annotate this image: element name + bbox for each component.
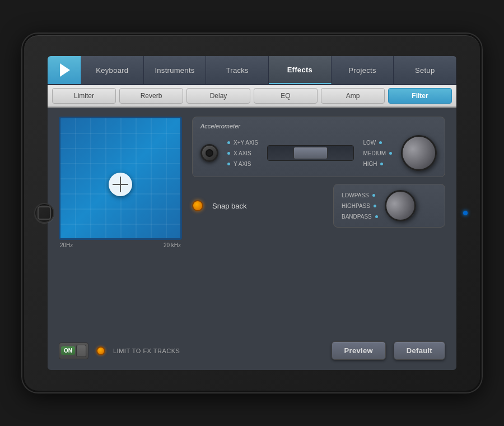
tab-keyboard[interactable]: Keyboard <box>81 56 144 84</box>
xy-label-low: 20Hz <box>60 242 73 248</box>
content-row: 20Hz 20 kHz Accelerometer <box>59 117 445 329</box>
snap-back-label: Snap back <box>212 202 246 210</box>
tablet-device: Keyboard Instruments Tracks Effects Proj… <box>22 34 482 392</box>
accel-level-knob[interactable] <box>394 128 443 177</box>
filter-bandpass-label: BANDPASS <box>342 214 378 220</box>
on-label: ON <box>61 346 75 355</box>
toggle-switch[interactable] <box>76 345 86 357</box>
accel-slider-thumb <box>293 147 328 159</box>
crosshair-vertical <box>120 177 121 192</box>
axis-y-label: Y AXIS <box>227 161 258 167</box>
subtab-reverb[interactable]: Reverb <box>119 88 183 104</box>
tab-instruments[interactable]: Instruments <box>144 56 207 84</box>
on-off-toggle[interactable]: ON <box>59 342 88 359</box>
level-medium-dot <box>389 152 392 155</box>
top-nav: Keyboard Instruments Tracks Effects Proj… <box>48 56 456 85</box>
accel-slider-track[interactable] <box>267 145 354 161</box>
filter-type-knob[interactable] <box>378 183 422 228</box>
sub-nav: Limiter Reverb Delay EQ Amp Filter <box>48 85 456 108</box>
filter-lowpass-label: LOWPASS <box>342 192 378 198</box>
filter-bandpass-dot <box>375 215 378 218</box>
level-high-dot <box>380 163 383 165</box>
axis-y-dot <box>227 163 230 165</box>
tab-effects[interactable]: Effects <box>269 56 332 84</box>
filter-type-labels: LOWPASS HIGHPASS BANDPASS <box>342 192 378 220</box>
accel-sensor-knob[interactable] <box>200 144 218 162</box>
home-button[interactable] <box>34 203 54 223</box>
subtab-limiter[interactable]: Limiter <box>52 88 116 104</box>
tab-setup[interactable]: Setup <box>394 56 456 84</box>
xy-pad[interactable] <box>59 117 182 240</box>
bottom-bar: ON LIMIT TO FX TRACKS Preview Default <box>59 337 445 361</box>
filter-highpass-label: HIGHPASS <box>342 203 378 209</box>
main-content: 20Hz 20 kHz Accelerometer <box>48 108 456 370</box>
xy-label-high: 20 kHz <box>164 242 181 248</box>
level-low-dot <box>379 141 382 144</box>
play-icon <box>60 63 70 77</box>
preview-button[interactable]: Preview <box>332 341 386 360</box>
accelerometer-content: X+Y AXIS X AXIS Y AXIS <box>200 135 437 171</box>
subtab-amp[interactable]: Amp <box>321 88 385 104</box>
tab-tracks[interactable]: Tracks <box>206 56 269 84</box>
axis-x-label: X AXIS <box>227 150 258 156</box>
subtab-filter[interactable]: Filter <box>388 88 452 104</box>
accel-labels-right: LOW MEDIUM HIGH <box>363 140 392 167</box>
filter-type-box: LOWPASS HIGHPASS BANDPASS <box>333 184 445 228</box>
default-button[interactable]: Default <box>394 341 445 360</box>
filter-lowpass-dot <box>372 194 375 197</box>
accel-labels-left: X+Y AXIS X AXIS Y AXIS <box>227 140 258 167</box>
accelerometer-box: Accelerometer <box>192 117 445 177</box>
crosshair-inner <box>111 175 129 193</box>
level-low-label: LOW <box>363 140 392 146</box>
tab-projects[interactable]: Projects <box>332 56 394 84</box>
level-medium-label: MEDIUM <box>363 150 392 156</box>
xy-pad-container: 20Hz 20 kHz <box>59 117 182 329</box>
status-led <box>463 211 468 215</box>
axis-x-dot <box>227 152 230 155</box>
limit-to-fx-label: LIMIT TO FX TRACKS <box>113 348 180 354</box>
axis-xy-dot <box>227 141 230 144</box>
snap-back-toggle[interactable] <box>192 200 203 211</box>
screen: Keyboard Instruments Tracks Effects Proj… <box>48 56 456 370</box>
limit-to-fx-toggle[interactable] <box>96 346 105 355</box>
xy-crosshair[interactable] <box>109 173 132 196</box>
xy-labels: 20Hz 20 kHz <box>59 240 182 248</box>
accelerometer-title: Accelerometer <box>200 123 437 129</box>
level-high-label: HIGH <box>363 161 392 167</box>
snap-back-row: Snap back LOWPASS HIGHPASS <box>192 184 445 228</box>
home-button-inner <box>38 206 51 220</box>
accel-slider-area <box>267 145 354 161</box>
right-panel: Accelerometer <box>192 117 445 329</box>
play-button[interactable] <box>48 56 81 84</box>
subtab-eq[interactable]: EQ <box>254 88 318 104</box>
axis-xy-label: X+Y AXIS <box>227 140 258 146</box>
subtab-delay[interactable]: Delay <box>186 88 250 104</box>
filter-highpass-dot <box>374 205 376 207</box>
